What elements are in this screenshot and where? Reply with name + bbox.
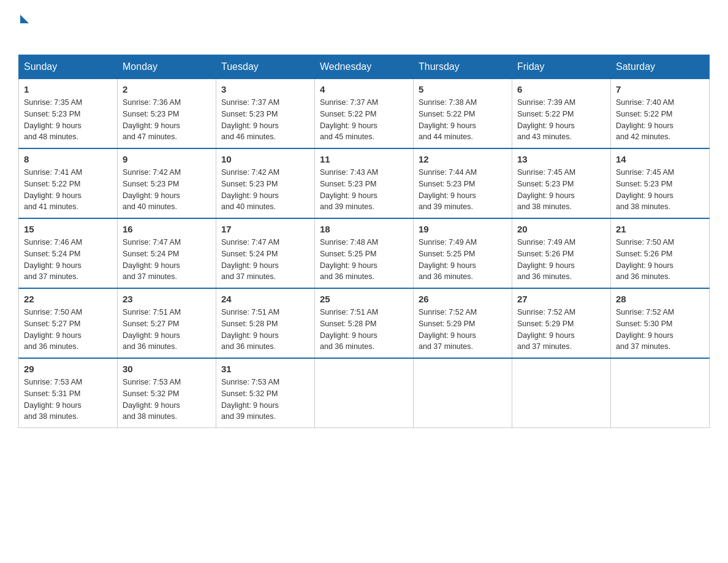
calendar-cell: 14 Sunrise: 7:45 AMSunset: 5:23 PMDaylig… xyxy=(611,148,710,218)
calendar-cell xyxy=(315,358,414,428)
calendar-cell: 3 Sunrise: 7:37 AMSunset: 5:23 PMDayligh… xyxy=(216,79,315,149)
calendar-cell: 10 Sunrise: 7:42 AMSunset: 5:23 PMDaylig… xyxy=(216,148,315,218)
calendar-cell xyxy=(512,358,611,428)
day-number: 8 xyxy=(24,154,112,164)
day-info: Sunrise: 7:50 AMSunset: 5:26 PMDaylight:… xyxy=(616,237,704,283)
day-number: 17 xyxy=(221,224,309,234)
day-number: 24 xyxy=(221,294,309,304)
day-info: Sunrise: 7:42 AMSunset: 5:23 PMDaylight:… xyxy=(221,167,309,213)
day-number: 15 xyxy=(24,224,112,234)
day-number: 19 xyxy=(419,224,507,234)
day-number: 27 xyxy=(517,294,605,304)
calendar-cell: 28 Sunrise: 7:52 AMSunset: 5:30 PMDaylig… xyxy=(611,288,710,358)
day-number: 9 xyxy=(123,154,211,164)
calendar-cell: 6 Sunrise: 7:39 AMSunset: 5:22 PMDayligh… xyxy=(512,79,611,149)
calendar-cell: 27 Sunrise: 7:52 AMSunset: 5:29 PMDaylig… xyxy=(512,288,611,358)
calendar-cell: 13 Sunrise: 7:45 AMSunset: 5:23 PMDaylig… xyxy=(512,148,611,218)
day-info: Sunrise: 7:45 AMSunset: 5:23 PMDaylight:… xyxy=(616,167,704,213)
calendar-cell: 5 Sunrise: 7:38 AMSunset: 5:22 PMDayligh… xyxy=(414,79,512,149)
day-number: 10 xyxy=(221,154,309,164)
calendar-cell: 24 Sunrise: 7:51 AMSunset: 5:28 PMDaylig… xyxy=(216,288,315,358)
calendar-cell: 12 Sunrise: 7:44 AMSunset: 5:23 PMDaylig… xyxy=(414,148,512,218)
day-info: Sunrise: 7:37 AMSunset: 5:23 PMDaylight:… xyxy=(221,97,309,143)
day-info: Sunrise: 7:41 AMSunset: 5:22 PMDaylight:… xyxy=(24,167,112,213)
calendar-table: SundayMondayTuesdayWednesdayThursdayFrid… xyxy=(18,55,710,428)
calendar-cell: 1 Sunrise: 7:35 AMSunset: 5:23 PMDayligh… xyxy=(19,79,118,149)
day-info: Sunrise: 7:39 AMSunset: 5:22 PMDaylight:… xyxy=(517,97,605,143)
column-header-sunday: Sunday xyxy=(19,55,118,79)
calendar-cell xyxy=(414,358,512,428)
day-number: 28 xyxy=(616,294,704,304)
day-number: 3 xyxy=(221,84,309,94)
calendar-body: 1 Sunrise: 7:35 AMSunset: 5:23 PMDayligh… xyxy=(19,79,710,428)
calendar-week-row: 8 Sunrise: 7:41 AMSunset: 5:22 PMDayligh… xyxy=(19,148,710,218)
calendar-cell: 15 Sunrise: 7:46 AMSunset: 5:24 PMDaylig… xyxy=(19,218,118,288)
day-info: Sunrise: 7:52 AMSunset: 5:29 PMDaylight:… xyxy=(517,307,605,353)
day-number: 31 xyxy=(221,364,309,374)
day-number: 30 xyxy=(123,364,211,374)
day-number: 20 xyxy=(517,224,605,234)
day-info: Sunrise: 7:49 AMSunset: 5:26 PMDaylight:… xyxy=(517,237,605,283)
day-info: Sunrise: 7:47 AMSunset: 5:24 PMDaylight:… xyxy=(123,237,211,283)
calendar-cell: 20 Sunrise: 7:49 AMSunset: 5:26 PMDaylig… xyxy=(512,218,611,288)
day-number: 5 xyxy=(419,84,507,94)
day-number: 1 xyxy=(24,84,112,94)
calendar-cell: 26 Sunrise: 7:52 AMSunset: 5:29 PMDaylig… xyxy=(414,288,512,358)
calendar-week-row: 22 Sunrise: 7:50 AMSunset: 5:27 PMDaylig… xyxy=(19,288,710,358)
page-header xyxy=(18,12,710,42)
day-info: Sunrise: 7:37 AMSunset: 5:22 PMDaylight:… xyxy=(320,97,408,143)
calendar-cell: 25 Sunrise: 7:51 AMSunset: 5:28 PMDaylig… xyxy=(315,288,414,358)
day-number: 6 xyxy=(517,84,605,94)
calendar-cell: 4 Sunrise: 7:37 AMSunset: 5:22 PMDayligh… xyxy=(315,79,414,149)
column-header-thursday: Thursday xyxy=(414,55,512,79)
day-info: Sunrise: 7:53 AMSunset: 5:31 PMDaylight:… xyxy=(24,377,112,423)
day-number: 21 xyxy=(616,224,704,234)
calendar-cell: 17 Sunrise: 7:47 AMSunset: 5:24 PMDaylig… xyxy=(216,218,315,288)
day-number: 13 xyxy=(517,154,605,164)
day-info: Sunrise: 7:45 AMSunset: 5:23 PMDaylight:… xyxy=(517,167,605,213)
day-info: Sunrise: 7:46 AMSunset: 5:24 PMDaylight:… xyxy=(24,237,112,283)
day-number: 16 xyxy=(123,224,211,234)
column-header-tuesday: Tuesday xyxy=(216,55,315,79)
logo-arrow-icon xyxy=(20,15,29,23)
day-number: 12 xyxy=(419,154,507,164)
calendar-cell: 9 Sunrise: 7:42 AMSunset: 5:23 PMDayligh… xyxy=(118,148,216,218)
column-header-wednesday: Wednesday xyxy=(315,55,414,79)
calendar-header-row: SundayMondayTuesdayWednesdayThursdayFrid… xyxy=(19,55,710,79)
day-info: Sunrise: 7:52 AMSunset: 5:30 PMDaylight:… xyxy=(616,307,704,353)
day-info: Sunrise: 7:47 AMSunset: 5:24 PMDaylight:… xyxy=(221,237,309,283)
logo xyxy=(18,12,29,42)
calendar-cell: 22 Sunrise: 7:50 AMSunset: 5:27 PMDaylig… xyxy=(19,288,118,358)
day-number: 23 xyxy=(123,294,211,304)
calendar-cell: 11 Sunrise: 7:43 AMSunset: 5:23 PMDaylig… xyxy=(315,148,414,218)
day-number: 26 xyxy=(419,294,507,304)
calendar-cell: 19 Sunrise: 7:49 AMSunset: 5:25 PMDaylig… xyxy=(414,218,512,288)
calendar-cell: 18 Sunrise: 7:48 AMSunset: 5:25 PMDaylig… xyxy=(315,218,414,288)
day-number: 25 xyxy=(320,294,408,304)
day-info: Sunrise: 7:43 AMSunset: 5:23 PMDaylight:… xyxy=(320,167,408,213)
column-header-friday: Friday xyxy=(512,55,611,79)
calendar-cell: 30 Sunrise: 7:53 AMSunset: 5:32 PMDaylig… xyxy=(118,358,216,428)
day-info: Sunrise: 7:52 AMSunset: 5:29 PMDaylight:… xyxy=(419,307,507,353)
day-info: Sunrise: 7:50 AMSunset: 5:27 PMDaylight:… xyxy=(24,307,112,353)
day-info: Sunrise: 7:40 AMSunset: 5:22 PMDaylight:… xyxy=(616,97,704,143)
calendar-cell: 23 Sunrise: 7:51 AMSunset: 5:27 PMDaylig… xyxy=(118,288,216,358)
day-info: Sunrise: 7:35 AMSunset: 5:23 PMDaylight:… xyxy=(24,97,112,143)
day-info: Sunrise: 7:49 AMSunset: 5:25 PMDaylight:… xyxy=(419,237,507,283)
column-header-saturday: Saturday xyxy=(611,55,710,79)
day-number: 29 xyxy=(24,364,112,374)
calendar-cell: 8 Sunrise: 7:41 AMSunset: 5:22 PMDayligh… xyxy=(19,148,118,218)
day-info: Sunrise: 7:51 AMSunset: 5:28 PMDaylight:… xyxy=(221,307,309,353)
day-number: 4 xyxy=(320,84,408,94)
day-info: Sunrise: 7:53 AMSunset: 5:32 PMDaylight:… xyxy=(221,377,309,423)
day-info: Sunrise: 7:44 AMSunset: 5:23 PMDaylight:… xyxy=(419,167,507,213)
calendar-week-row: 29 Sunrise: 7:53 AMSunset: 5:31 PMDaylig… xyxy=(19,358,710,428)
day-number: 22 xyxy=(24,294,112,304)
calendar-cell: 16 Sunrise: 7:47 AMSunset: 5:24 PMDaylig… xyxy=(118,218,216,288)
day-number: 2 xyxy=(123,84,211,94)
day-info: Sunrise: 7:53 AMSunset: 5:32 PMDaylight:… xyxy=(123,377,211,423)
day-info: Sunrise: 7:36 AMSunset: 5:23 PMDaylight:… xyxy=(123,97,211,143)
day-info: Sunrise: 7:48 AMSunset: 5:25 PMDaylight:… xyxy=(320,237,408,283)
day-number: 7 xyxy=(616,84,704,94)
calendar-cell: 21 Sunrise: 7:50 AMSunset: 5:26 PMDaylig… xyxy=(611,218,710,288)
